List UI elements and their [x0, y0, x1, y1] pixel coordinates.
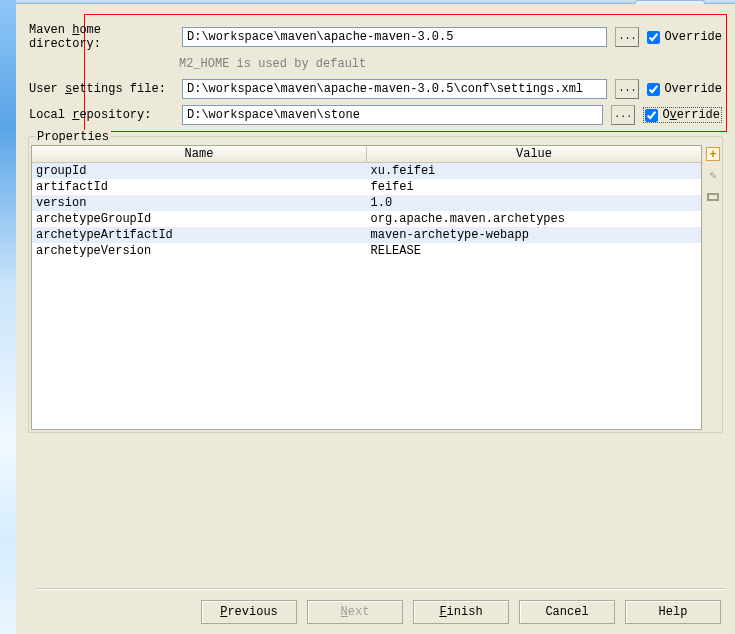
user-settings-browse-button[interactable]: ... [615, 79, 639, 99]
property-name-cell: groupId [32, 163, 367, 179]
table-row[interactable]: archetypeArtifactIdmaven-archetype-webap… [32, 227, 701, 243]
properties-table-wrap: Name Value groupIdxu.feifeiartifactIdfei… [31, 145, 720, 430]
value-column-header[interactable]: Value [367, 146, 701, 162]
user-settings-row: User settings file: ... Override [29, 79, 722, 99]
user-settings-override[interactable]: Override [647, 82, 722, 96]
properties-legend: Properties [35, 130, 111, 144]
override-label: Override [664, 30, 722, 44]
override-label: Override [664, 82, 722, 96]
table-row[interactable]: archetypeGroupIdorg.apache.maven.archety… [32, 211, 701, 227]
remove-icon[interactable] [706, 191, 720, 205]
property-value-cell: maven-archetype-webapp [367, 227, 702, 243]
property-name-cell: archetypeArtifactId [32, 227, 367, 243]
name-column-header[interactable]: Name [32, 146, 367, 162]
maven-home-browse-button[interactable]: ... [615, 27, 639, 47]
property-name-cell: version [32, 195, 367, 211]
user-settings-override-checkbox[interactable] [647, 83, 660, 96]
previous-button[interactable]: Previous [201, 600, 297, 624]
override-label: Override [662, 108, 720, 122]
property-value-cell: 1.0 [367, 195, 702, 211]
finish-button[interactable]: Finish [413, 600, 509, 624]
property-value-cell: feifei [367, 179, 702, 195]
local-repo-override-checkbox[interactable] [645, 109, 658, 122]
add-icon[interactable]: + [706, 147, 720, 161]
property-value-cell: xu.feifei [367, 163, 702, 179]
local-repo-row: Local repository: ... Override [29, 105, 722, 125]
cancel-button[interactable]: Cancel [519, 600, 615, 624]
properties-toolbar: + ✎ [702, 145, 720, 430]
maven-home-label: Maven home directory: [29, 23, 174, 51]
property-name-cell: archetypeVersion [32, 243, 367, 259]
table-row[interactable]: artifactIdfeifei [32, 179, 701, 195]
wizard-side-banner [0, 0, 16, 634]
property-name-cell: artifactId [32, 179, 367, 195]
user-settings-label: User settings file: [29, 82, 174, 96]
next-button: Next [307, 600, 403, 624]
maven-home-help-text: M2_HOME is used by default [179, 57, 722, 71]
table-row[interactable]: version1.0 [32, 195, 701, 211]
local-repo-browse-button[interactable]: ... [611, 105, 635, 125]
local-repo-input[interactable] [182, 105, 603, 125]
properties-header-row: Name Value [32, 146, 701, 163]
help-button[interactable]: Help [625, 600, 721, 624]
property-name-cell: archetypeGroupId [32, 211, 367, 227]
properties-body: groupIdxu.feifeiartifactIdfeifeiversion1… [32, 163, 701, 259]
local-repo-label: Local repository: [29, 108, 174, 122]
table-row[interactable]: groupIdxu.feifei [32, 163, 701, 179]
main-panel: Maven home directory: ... Override M2_HO… [16, 4, 735, 634]
properties-fieldset: Properties Name Value groupIdxu.feifeiar… [28, 136, 723, 433]
maven-home-row: Maven home directory: ... Override [29, 23, 722, 51]
wizard-button-bar: Previous Next Finish Cancel Help [201, 600, 721, 624]
properties-panel: Properties Name Value groupIdxu.feifeiar… [28, 136, 723, 433]
property-value-cell: RELEASE [367, 243, 702, 259]
maven-settings-group: Maven home directory: ... Override M2_HO… [84, 14, 727, 132]
properties-table[interactable]: Name Value groupIdxu.feifeiartifactIdfei… [31, 145, 702, 430]
separator [36, 588, 725, 590]
maven-home-override-checkbox[interactable] [647, 31, 660, 44]
maven-home-override[interactable]: Override [647, 30, 722, 44]
user-settings-input[interactable] [182, 79, 607, 99]
local-repo-override[interactable]: Override [643, 107, 722, 123]
property-value-cell: org.apache.maven.archetypes [367, 211, 702, 227]
edit-icon[interactable]: ✎ [706, 169, 720, 183]
maven-home-input[interactable] [182, 27, 607, 47]
table-row[interactable]: archetypeVersionRELEASE [32, 243, 701, 259]
